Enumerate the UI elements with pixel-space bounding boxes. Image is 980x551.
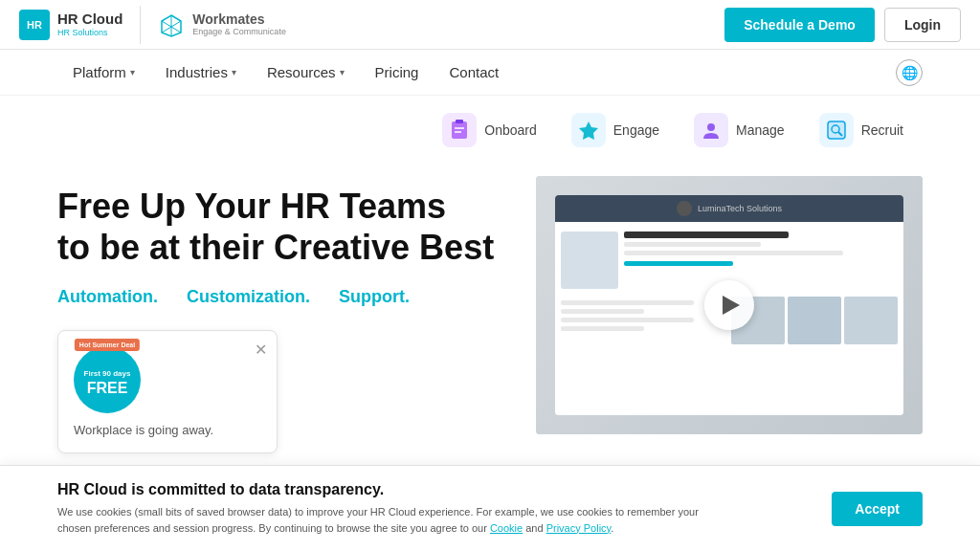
svg-rect-5 bbox=[456, 120, 463, 123]
keyword-customization: Customization. bbox=[187, 287, 310, 307]
svg-rect-4 bbox=[452, 121, 467, 139]
cookie-content: HR Cloud is committed to data transparen… bbox=[57, 481, 803, 536]
hero-title: Free Up Your HR Teams to be at their Cre… bbox=[57, 186, 498, 268]
engage-label: Engage bbox=[613, 122, 659, 138]
keyword-automation: Automation. bbox=[57, 287, 158, 307]
accept-button[interactable]: Accept bbox=[832, 492, 923, 526]
onboard-icon bbox=[442, 113, 477, 147]
chevron-down-icon: ▾ bbox=[130, 67, 135, 77]
popup-text: Workplace is going away. bbox=[74, 423, 261, 437]
nav-links: Platform ▾ Industries ▾ Resources ▾ Pric… bbox=[57, 50, 896, 96]
top-bar-left: HR HR Cloud HR Solutions Workmates Engag… bbox=[19, 6, 286, 44]
close-icon[interactable]: ✕ bbox=[255, 341, 267, 359]
logo-name: HR Cloud bbox=[57, 11, 122, 28]
logo-text: HR Cloud HR Solutions bbox=[57, 11, 122, 37]
popup-badge-wrapper: Hot Summer Deal First 90 days FREE bbox=[74, 346, 261, 413]
logo-sub: HR Solutions bbox=[57, 28, 122, 37]
nav-pricing[interactable]: Pricing bbox=[360, 50, 434, 96]
keyword-support: Support. bbox=[339, 287, 410, 307]
recruit-icon bbox=[819, 113, 854, 147]
product-icons-row: Onboard Engage Manage Recruit bbox=[0, 96, 980, 157]
nav-resources[interactable]: Resources ▾ bbox=[252, 50, 360, 96]
product-manage[interactable]: Manage bbox=[694, 113, 785, 147]
workmates-name: Workmates bbox=[192, 12, 286, 27]
chevron-down-icon: ▾ bbox=[340, 67, 345, 77]
manage-label: Manage bbox=[736, 122, 785, 138]
language-selector[interactable]: 🌐 bbox=[896, 59, 923, 86]
hr-cloud-logo[interactable]: HR HR Cloud HR Solutions bbox=[19, 6, 141, 44]
onboard-label: Onboard bbox=[484, 122, 536, 138]
product-engage[interactable]: Engage bbox=[571, 113, 659, 147]
cookie-banner: HR Cloud is committed to data transparen… bbox=[0, 465, 980, 551]
top-bar: HR HR Cloud HR Solutions Workmates Engag… bbox=[0, 0, 980, 50]
play-button[interactable] bbox=[704, 280, 754, 330]
video-mock-header: LuminaTech Solutions bbox=[555, 195, 903, 222]
top-bar-right: Schedule a Demo Login bbox=[724, 8, 961, 42]
cookie-title: HR Cloud is committed to data transparen… bbox=[57, 481, 803, 498]
chevron-down-icon: ▾ bbox=[232, 67, 236, 77]
product-recruit[interactable]: Recruit bbox=[819, 113, 903, 147]
workmates-tagline: Engage & Communicate bbox=[192, 27, 286, 36]
recruit-label: Recruit bbox=[861, 122, 903, 138]
engage-icon bbox=[571, 113, 606, 147]
schedule-demo-button[interactable]: Schedule a Demo bbox=[724, 8, 875, 42]
cookie-text: We use cookies (small bits of saved brow… bbox=[57, 504, 708, 536]
popup-card: ✕ Hot Summer Deal First 90 days FREE Wor… bbox=[57, 330, 278, 453]
workmates-text: Workmates Engage & Communicate bbox=[192, 12, 286, 36]
workmates-icon bbox=[158, 11, 185, 38]
cookie-policy-link[interactable]: Cookie bbox=[490, 522, 523, 534]
keywords-row: Automation. Customization. Support. bbox=[57, 287, 498, 307]
nav-industries[interactable]: Industries ▾ bbox=[150, 50, 252, 96]
logo-icon: HR bbox=[19, 10, 50, 40]
nav-contact[interactable]: Contact bbox=[434, 50, 514, 96]
popup-badge: Hot Summer Deal First 90 days FREE bbox=[74, 346, 141, 413]
popup-badge-label: Hot Summer Deal bbox=[75, 339, 140, 351]
svg-marker-8 bbox=[579, 121, 598, 140]
privacy-policy-link[interactable]: Privacy Policy bbox=[546, 522, 612, 534]
video-inner: LuminaTech Solutions bbox=[536, 176, 923, 434]
nav-bar: Platform ▾ Industries ▾ Resources ▾ Pric… bbox=[0, 50, 980, 96]
svg-rect-10 bbox=[828, 121, 845, 139]
video-company-name: LuminaTech Solutions bbox=[698, 204, 782, 213]
workmates-logo[interactable]: Workmates Engage & Communicate bbox=[141, 11, 286, 38]
nav-platform[interactable]: Platform ▾ bbox=[57, 50, 150, 96]
svg-point-9 bbox=[707, 123, 715, 131]
login-button[interactable]: Login bbox=[884, 8, 961, 42]
manage-icon bbox=[694, 113, 728, 147]
product-onboard[interactable]: Onboard bbox=[442, 113, 536, 147]
play-icon bbox=[723, 296, 740, 315]
video-container[interactable]: LuminaTech Solutions bbox=[536, 176, 923, 434]
